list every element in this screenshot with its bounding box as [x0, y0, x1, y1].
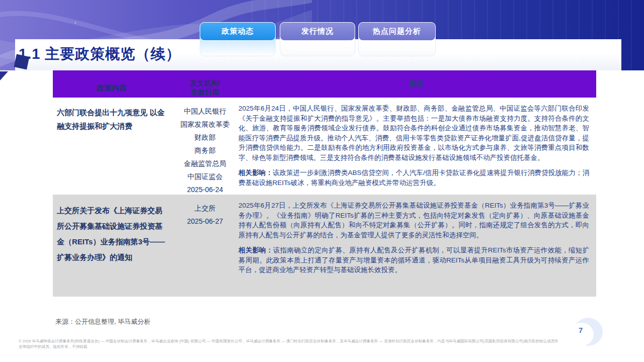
tab-issuance-status-label: 发行情况 [301, 27, 334, 36]
policy-title: 六部门联合提出十九项意见 以金融支持提振和扩大消费 [53, 98, 174, 195]
table-row: 六部门联合提出十九项意见 以金融支持提振和扩大消费 中国人民银行 国家发展改革委… [53, 98, 596, 195]
policy-summary: 2025年6月24日，中国人民银行、国家发展改革委、财政部、商务部、金融监管总局… [236, 98, 596, 195]
page-number: 7 [579, 326, 583, 334]
impact-paragraph: 相关影响：该政策进一步刺激消费类ABS信贷空间，个人汽车/信用卡贷款证券化提速将… [238, 168, 589, 188]
page-title: 1.1 主要政策概览（续） [19, 44, 181, 64]
page-number-badge: 7 [570, 318, 605, 348]
impact-paragraph: 相关影响：该指南确立的定向扩募、原持有人配售及公开扩募机制，可以显著提升REIT… [238, 245, 589, 275]
tab-hot-topics-analysis-label: 热点问题分析 [373, 27, 421, 36]
policy-title: 上交所关于发布《上海证券交易所公开募集基础设施证券投资基金（REITs）业务指南… [53, 195, 174, 297]
tab-hot-topics-analysis[interactable]: 热点问题分析 [358, 22, 436, 41]
cube-decoration [14, 54, 30, 70]
tab-policy-updates[interactable]: 政策动态 [200, 22, 276, 41]
tab-issuance-status[interactable]: 发行情况 [280, 22, 355, 41]
policy-summary: 2025年6月27日，上交所发布《上海证券交易所公开募集基础设施证券投资基金（R… [236, 195, 596, 297]
policy-table: 政策内容 发文机构/ 生效日期 概要 六部门联合提出十九项意见 以金融支持提振和… [53, 70, 596, 297]
source-note: 来源：公开信息整理, 毕马威分析 [55, 317, 150, 326]
header-issuer-date: 发文机构/ 生效日期 [174, 70, 236, 98]
summary-paragraph: 2025年6月27日，上交所发布《上海证券交易所公开募集基础设施证券投资基金（R… [238, 201, 589, 240]
impact-label: 相关影响： [238, 169, 273, 176]
table-header-row: 政策内容 发文机构/ 生效日期 概要 [53, 70, 596, 98]
summary-paragraph: 2025年6月24日，中国人民银行、国家发展改革委、财政部、商务部、金融监管总局… [238, 104, 589, 162]
header-summary: 概要 [236, 70, 596, 98]
impact-label: 相关影响： [238, 246, 273, 254]
table-row: 上交所关于发布《上海证券交易所公开募集基础设施证券投资基金（REITs）业务指南… [53, 195, 596, 297]
policy-issuers: 上交所 2025-06-27 [174, 195, 236, 297]
policy-issuers: 中国人民银行 国家发展改革委 财政部 商务部 金融监管总局 中国证监会 2025… [174, 98, 236, 195]
policy-effective-date: 2025-06-27 [174, 215, 236, 228]
tab-policy-updates-label: 政策动态 [222, 27, 254, 36]
footer-copyright: © 2025 毕马威华振会计师事务所(特殊普通合伙) — 中国合伙制会计师事务所… [19, 338, 559, 349]
triangle-decoration [0, 71, 8, 80]
header-policy-content: 政策内容 [53, 70, 174, 98]
